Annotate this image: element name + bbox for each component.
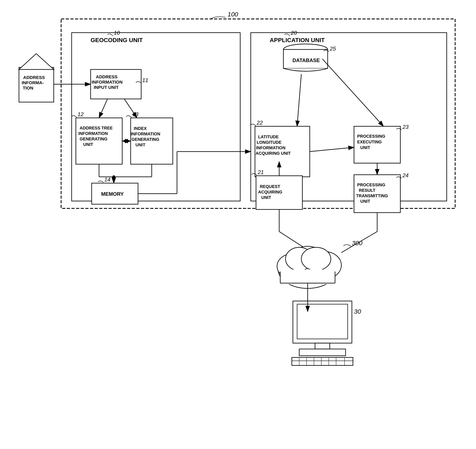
svg-text:INFORMATION: INFORMATION bbox=[78, 131, 108, 136]
svg-text:UNIT: UNIT bbox=[360, 145, 370, 150]
svg-text:INFORMATION: INFORMATION bbox=[92, 79, 123, 84]
svg-text:ADDRESS TREE: ADDRESS TREE bbox=[80, 126, 113, 130]
svg-text:30: 30 bbox=[354, 308, 361, 315]
svg-text:25: 25 bbox=[330, 45, 336, 52]
svg-point-142 bbox=[301, 247, 331, 270]
svg-text:ADDRESS: ADDRESS bbox=[96, 74, 118, 79]
svg-text:GENERATING: GENERATING bbox=[80, 137, 108, 141]
svg-text:22: 22 bbox=[256, 120, 263, 126]
svg-rect-143 bbox=[280, 269, 335, 284]
svg-text:UNIT: UNIT bbox=[261, 195, 271, 200]
svg-text:UNIT: UNIT bbox=[136, 142, 145, 147]
svg-text:INFORMATION: INFORMATION bbox=[256, 146, 286, 150]
svg-text:100: 100 bbox=[228, 11, 238, 18]
svg-rect-149 bbox=[297, 304, 348, 339]
svg-marker-64 bbox=[19, 54, 54, 69]
svg-text:10: 10 bbox=[114, 30, 120, 36]
svg-text:REQUEST: REQUEST bbox=[260, 184, 280, 189]
svg-text:GEOCODING UNIT: GEOCODING UNIT bbox=[91, 37, 143, 43]
svg-text:EXECUTING: EXECUTING bbox=[357, 140, 382, 144]
svg-text:ADDRESS: ADDRESS bbox=[23, 75, 45, 80]
svg-text:12: 12 bbox=[78, 111, 84, 118]
svg-text:RESULT: RESULT bbox=[359, 188, 375, 193]
svg-rect-150 bbox=[315, 343, 330, 349]
svg-text:LONGITUDE: LONGITUDE bbox=[257, 140, 281, 145]
svg-text:20: 20 bbox=[291, 30, 297, 36]
svg-text:21: 21 bbox=[258, 169, 264, 175]
svg-text:23: 23 bbox=[402, 124, 409, 130]
svg-text:GENERATING: GENERATING bbox=[132, 137, 159, 142]
svg-text:TRANSMITTING: TRANSMITTING bbox=[356, 193, 388, 198]
svg-text:APPLICATION UNIT: APPLICATION UNIT bbox=[270, 37, 325, 43]
svg-text:ACQUIRING: ACQUIRING bbox=[258, 190, 282, 194]
svg-text:11: 11 bbox=[142, 77, 148, 83]
svg-text:300: 300 bbox=[352, 240, 362, 247]
svg-rect-151 bbox=[299, 349, 346, 356]
svg-text:DATABASE: DATABASE bbox=[292, 57, 320, 63]
svg-text:MEMORY: MEMORY bbox=[101, 191, 124, 197]
svg-text:TION: TION bbox=[23, 85, 33, 90]
svg-text:PROCESSING: PROCESSING bbox=[357, 134, 385, 139]
svg-text:24: 24 bbox=[402, 172, 409, 179]
svg-text:14: 14 bbox=[104, 176, 110, 183]
svg-text:UNIT: UNIT bbox=[360, 199, 370, 203]
svg-text:INFORMATION: INFORMATION bbox=[131, 132, 160, 136]
svg-text:UNIT: UNIT bbox=[83, 142, 93, 147]
svg-text:INDEX: INDEX bbox=[134, 126, 147, 131]
svg-rect-152 bbox=[292, 357, 353, 365]
svg-line-105 bbox=[297, 74, 301, 126]
main-diagram-svg: 100 200 GEOCODING UNIT 10 APPLICATION UN… bbox=[0, 0, 476, 449]
svg-text:INFORMA-: INFORMA- bbox=[22, 80, 44, 85]
svg-text:INPUT UNIT: INPUT UNIT bbox=[94, 85, 119, 90]
svg-text:PROCESSING: PROCESSING bbox=[357, 183, 385, 187]
svg-line-74 bbox=[99, 99, 108, 118]
svg-line-113 bbox=[310, 147, 354, 152]
svg-rect-55 bbox=[72, 33, 240, 201]
svg-text:LATITUDE: LATITUDE bbox=[258, 135, 279, 139]
svg-rect-114 bbox=[354, 126, 400, 163]
svg-text:13: 13 bbox=[132, 111, 138, 118]
svg-line-106 bbox=[322, 59, 384, 126]
svg-text:ACQUIRING UNIT: ACQUIRING UNIT bbox=[256, 151, 291, 156]
